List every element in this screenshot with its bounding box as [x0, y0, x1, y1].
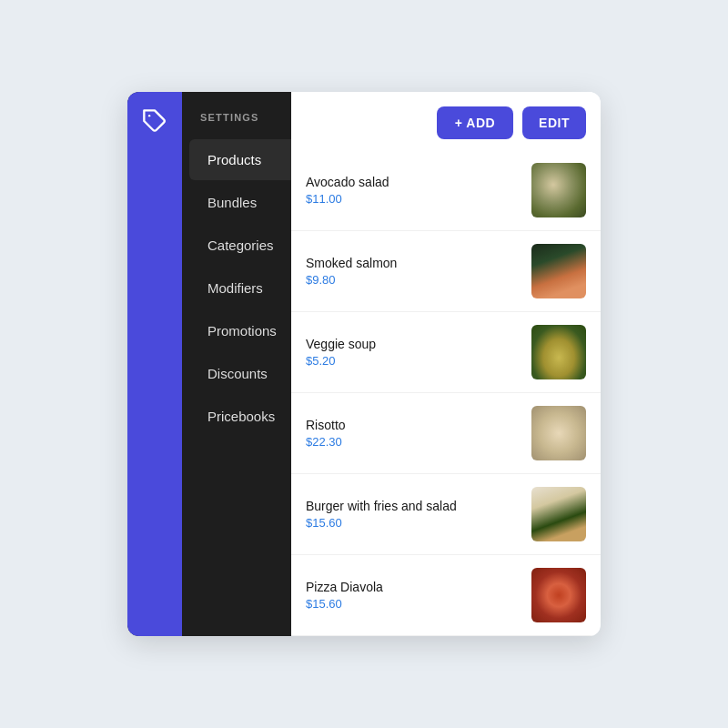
product-item[interactable]: Risotto$22.30	[291, 393, 601, 474]
product-info: Avocado salad$11.00	[306, 175, 389, 206]
sidebar-content: SETTINGS ProductsBundlesCategoriesModifi…	[182, 92, 291, 439]
product-item[interactable]: Smoked salmon$9.80	[291, 231, 601, 312]
add-button[interactable]: + ADD	[437, 106, 513, 139]
sidebar-item-pricebooks[interactable]: Pricebooks	[189, 396, 291, 437]
tag-icon	[142, 108, 167, 134]
sidebar-icon-bar	[127, 92, 182, 636]
product-image	[531, 487, 586, 541]
main-header: + ADD EDIT	[291, 92, 601, 150]
sidebar-item-products[interactable]: Products	[189, 139, 291, 180]
sidebar-item-promotions[interactable]: Promotions	[189, 310, 291, 351]
product-info: Smoked salmon$9.80	[306, 256, 397, 287]
sidebar: SETTINGS ProductsBundlesCategoriesModifi…	[127, 92, 291, 636]
product-info: Burger with fries and salad$15.60	[306, 499, 457, 530]
product-name: Avocado salad	[306, 175, 389, 189]
product-info: Risotto$22.30	[306, 418, 346, 449]
product-name: Pizza Diavola	[306, 580, 383, 594]
sidebar-item-discounts[interactable]: Discounts	[189, 353, 291, 394]
product-price: $22.30	[306, 435, 346, 449]
app-container: SETTINGS ProductsBundlesCategoriesModifi…	[127, 92, 601, 636]
sidebar-items-container: ProductsBundlesCategoriesModifiersPromot…	[182, 137, 291, 439]
product-item[interactable]: Pizza Diavola$15.60	[291, 555, 601, 636]
edit-button[interactable]: EDIT	[522, 106, 586, 139]
product-image	[531, 568, 586, 622]
sidebar-item-categories[interactable]: Categories	[189, 225, 291, 266]
sidebar-item-bundles[interactable]: Bundles	[189, 182, 291, 223]
product-info: Veggie soup$5.20	[306, 337, 376, 368]
product-name: Burger with fries and salad	[306, 499, 457, 513]
product-item[interactable]: Burger with fries and salad$15.60	[291, 474, 601, 555]
product-image	[531, 325, 586, 379]
product-image	[531, 163, 586, 217]
main-content: + ADD EDIT Avocado salad$11.00Smoked sal…	[291, 92, 601, 636]
product-price: $5.20	[306, 354, 376, 368]
product-price: $11.00	[306, 192, 389, 206]
settings-label: SETTINGS	[182, 92, 291, 137]
product-name: Veggie soup	[306, 337, 376, 351]
product-name: Smoked salmon	[306, 256, 397, 270]
product-image	[531, 406, 586, 460]
product-price: $15.60	[306, 516, 457, 530]
product-list: Avocado salad$11.00Smoked salmon$9.80Veg…	[291, 150, 601, 636]
product-item[interactable]: Veggie soup$5.20	[291, 312, 601, 393]
product-price: $9.80	[306, 273, 397, 287]
product-name: Risotto	[306, 418, 346, 432]
product-info: Pizza Diavola$15.60	[306, 580, 383, 611]
product-image	[531, 244, 586, 298]
product-item[interactable]: Avocado salad$11.00	[291, 150, 601, 231]
product-price: $15.60	[306, 597, 383, 611]
sidebar-item-modifiers[interactable]: Modifiers	[189, 268, 291, 308]
